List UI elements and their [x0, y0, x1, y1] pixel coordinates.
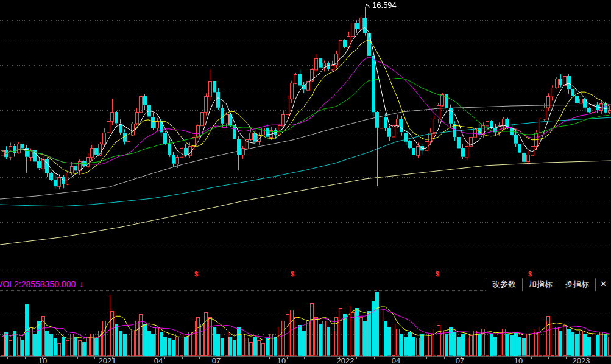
- time-axis-tick: [235, 357, 235, 359]
- indicator-button-group: 改参数 加指标 换指标 ✕: [486, 278, 611, 291]
- time-axis-tick: [287, 357, 288, 359]
- switch-indicator-button[interactable]: 换指标: [559, 278, 595, 291]
- peak-price-value: 16.594: [372, 1, 397, 10]
- dividend-marker[interactable]: $: [194, 270, 198, 278]
- time-axis-tick: [601, 357, 601, 359]
- time-axis-tick: [566, 357, 567, 359]
- time-axis-tick: [60, 357, 60, 359]
- time-axis-tick: [496, 357, 496, 359]
- add-indicator-button[interactable]: 加指标: [522, 278, 559, 291]
- time-axis-tick: [531, 357, 532, 359]
- time-axis-tick: [269, 357, 270, 359]
- time-axis-tick: [199, 357, 200, 359]
- time-axis-tick: [374, 357, 375, 359]
- time-axis-tick: [304, 357, 305, 359]
- time-axis-label: 2023: [573, 357, 590, 364]
- time-axis-tick: [322, 357, 322, 359]
- time-axis-label: 04: [392, 357, 400, 364]
- time-axis-label: 04: [154, 357, 163, 364]
- time-axis-tick: [548, 357, 549, 359]
- peak-price-annotation: ↖16.594: [365, 1, 397, 10]
- vol2-value: VOL2:28558350.000: [0, 279, 76, 289]
- arrow-up-left-icon: ↖: [365, 1, 371, 10]
- time-axis-tick: [164, 357, 165, 359]
- time-axis-label: 10: [277, 357, 286, 364]
- time-axis-tick: [479, 357, 479, 359]
- time-axis-tick: [130, 357, 130, 359]
- time-axis-tick: [25, 357, 26, 359]
- down-arrow-icon: ↓: [79, 279, 83, 289]
- volume-indicator-label: VOL2:28558350.000↓: [0, 279, 83, 289]
- dividend-marker[interactable]: $: [436, 270, 439, 278]
- time-axis-tick: [252, 357, 252, 359]
- indicator-toolbar: VOL2:28558350.000↓ 改参数 加指标 换指标 ✕: [0, 279, 611, 290]
- time-axis-label: 07: [456, 357, 464, 364]
- time-axis-tick: [77, 357, 78, 359]
- change-params-button[interactable]: 改参数: [486, 278, 522, 291]
- time-axis-label: 07: [212, 357, 221, 364]
- time-axis-tick: [356, 357, 357, 359]
- time-axis-label: 10: [38, 357, 47, 364]
- time-axis-tick: [444, 357, 445, 359]
- volume-chart[interactable]: [0, 291, 611, 356]
- time-axis-tick: [426, 357, 427, 359]
- time-axis-label: 2021: [99, 357, 116, 364]
- time-axis: 10202104071020220407102023: [0, 356, 611, 364]
- time-axis-label: 2022: [337, 357, 355, 364]
- time-axis-tick: [147, 357, 147, 359]
- dividend-marker[interactable]: $: [291, 270, 294, 278]
- trading-terminal: ↖16.594 $$$$ VOL2:28558350.000↓ 改参数 加指标 …: [0, 0, 611, 364]
- time-axis-label: 10: [514, 357, 523, 364]
- close-indicator-button[interactable]: ✕: [595, 278, 611, 291]
- time-axis-tick: [7, 357, 8, 359]
- time-axis-tick: [182, 357, 183, 359]
- time-axis-tick: [409, 357, 409, 359]
- time-axis-tick: [94, 357, 95, 359]
- candlestick-price-chart[interactable]: [0, 0, 611, 270]
